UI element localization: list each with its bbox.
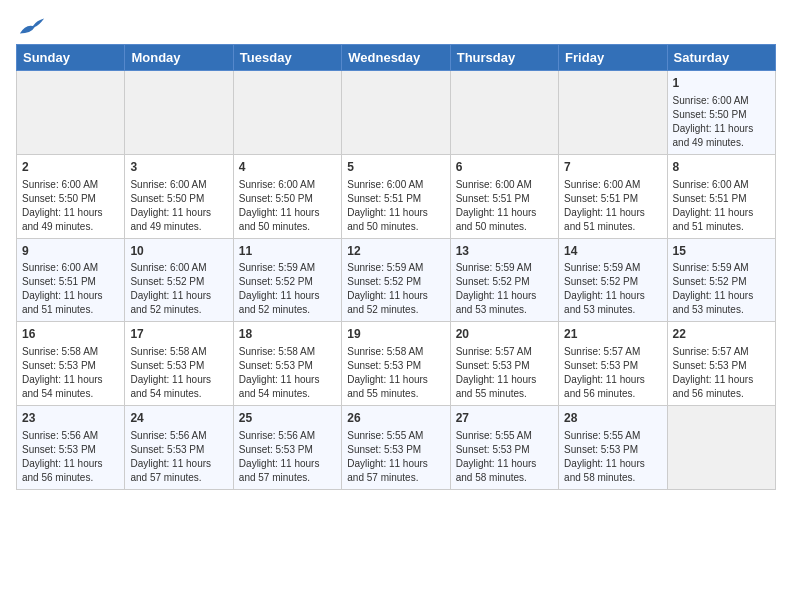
day-number: 5 [347,159,444,176]
calendar-cell: 14Sunrise: 5:59 AMSunset: 5:52 PMDayligh… [559,238,667,322]
sunrise-text: Sunrise: 6:00 AM [347,178,444,192]
calendar-cell: 16Sunrise: 5:58 AMSunset: 5:53 PMDayligh… [17,322,125,406]
day-number: 27 [456,410,553,427]
day-number: 26 [347,410,444,427]
daylight-text: Daylight: 11 hours and 51 minutes. [22,289,119,317]
weekday-header: Saturday [667,45,775,71]
calendar-cell [17,71,125,155]
calendar-cell: 19Sunrise: 5:58 AMSunset: 5:53 PMDayligh… [342,322,450,406]
day-number: 14 [564,243,661,260]
daylight-text: Daylight: 11 hours and 53 minutes. [564,289,661,317]
weekday-header: Thursday [450,45,558,71]
logo [16,16,46,36]
daylight-text: Daylight: 11 hours and 50 minutes. [239,206,336,234]
daylight-text: Daylight: 11 hours and 56 minutes. [22,457,119,485]
sunrise-text: Sunrise: 6:00 AM [673,94,770,108]
sunset-text: Sunset: 5:53 PM [239,443,336,457]
sunrise-text: Sunrise: 5:59 AM [347,261,444,275]
day-number: 6 [456,159,553,176]
sunset-text: Sunset: 5:53 PM [564,443,661,457]
sunrise-text: Sunrise: 5:55 AM [564,429,661,443]
day-number: 16 [22,326,119,343]
calendar-cell: 11Sunrise: 5:59 AMSunset: 5:52 PMDayligh… [233,238,341,322]
day-number: 10 [130,243,227,260]
page-header [16,16,776,36]
calendar-week-row: 1Sunrise: 6:00 AMSunset: 5:50 PMDaylight… [17,71,776,155]
sunset-text: Sunset: 5:53 PM [22,443,119,457]
daylight-text: Daylight: 11 hours and 57 minutes. [130,457,227,485]
daylight-text: Daylight: 11 hours and 53 minutes. [673,289,770,317]
calendar-cell: 15Sunrise: 5:59 AMSunset: 5:52 PMDayligh… [667,238,775,322]
calendar-cell [233,71,341,155]
sunset-text: Sunset: 5:50 PM [239,192,336,206]
sunset-text: Sunset: 5:51 PM [673,192,770,206]
sunset-text: Sunset: 5:52 PM [239,275,336,289]
daylight-text: Daylight: 11 hours and 54 minutes. [22,373,119,401]
calendar-cell: 13Sunrise: 5:59 AMSunset: 5:52 PMDayligh… [450,238,558,322]
calendar-cell: 7Sunrise: 6:00 AMSunset: 5:51 PMDaylight… [559,154,667,238]
day-number: 23 [22,410,119,427]
day-number: 3 [130,159,227,176]
sunrise-text: Sunrise: 5:57 AM [456,345,553,359]
sunrise-text: Sunrise: 5:59 AM [456,261,553,275]
day-number: 8 [673,159,770,176]
daylight-text: Daylight: 11 hours and 53 minutes. [456,289,553,317]
sunrise-text: Sunrise: 6:00 AM [130,261,227,275]
calendar-cell: 21Sunrise: 5:57 AMSunset: 5:53 PMDayligh… [559,322,667,406]
daylight-text: Daylight: 11 hours and 57 minutes. [239,457,336,485]
daylight-text: Daylight: 11 hours and 55 minutes. [456,373,553,401]
calendar-cell: 1Sunrise: 6:00 AMSunset: 5:50 PMDaylight… [667,71,775,155]
calendar-cell: 3Sunrise: 6:00 AMSunset: 5:50 PMDaylight… [125,154,233,238]
sunset-text: Sunset: 5:53 PM [456,359,553,373]
day-number: 13 [456,243,553,260]
day-number: 20 [456,326,553,343]
daylight-text: Daylight: 11 hours and 56 minutes. [673,373,770,401]
day-number: 11 [239,243,336,260]
sunrise-text: Sunrise: 5:59 AM [239,261,336,275]
daylight-text: Daylight: 11 hours and 49 minutes. [673,122,770,150]
calendar-cell: 27Sunrise: 5:55 AMSunset: 5:53 PMDayligh… [450,406,558,490]
daylight-text: Daylight: 11 hours and 52 minutes. [347,289,444,317]
sunrise-text: Sunrise: 6:00 AM [22,261,119,275]
weekday-header-row: SundayMondayTuesdayWednesdayThursdayFrid… [17,45,776,71]
daylight-text: Daylight: 11 hours and 54 minutes. [130,373,227,401]
sunset-text: Sunset: 5:50 PM [130,192,227,206]
calendar-cell: 28Sunrise: 5:55 AMSunset: 5:53 PMDayligh… [559,406,667,490]
sunset-text: Sunset: 5:53 PM [130,359,227,373]
calendar-cell: 5Sunrise: 6:00 AMSunset: 5:51 PMDaylight… [342,154,450,238]
daylight-text: Daylight: 11 hours and 52 minutes. [130,289,227,317]
daylight-text: Daylight: 11 hours and 52 minutes. [239,289,336,317]
sunset-text: Sunset: 5:52 PM [673,275,770,289]
calendar-cell [559,71,667,155]
sunrise-text: Sunrise: 5:55 AM [456,429,553,443]
weekday-header: Friday [559,45,667,71]
calendar-cell: 12Sunrise: 5:59 AMSunset: 5:52 PMDayligh… [342,238,450,322]
day-number: 12 [347,243,444,260]
day-number: 9 [22,243,119,260]
sunset-text: Sunset: 5:53 PM [347,359,444,373]
calendar-cell: 24Sunrise: 5:56 AMSunset: 5:53 PMDayligh… [125,406,233,490]
day-number: 4 [239,159,336,176]
sunset-text: Sunset: 5:53 PM [456,443,553,457]
weekday-header: Monday [125,45,233,71]
daylight-text: Daylight: 11 hours and 56 minutes. [564,373,661,401]
sunset-text: Sunset: 5:51 PM [456,192,553,206]
sunrise-text: Sunrise: 5:56 AM [130,429,227,443]
daylight-text: Daylight: 11 hours and 49 minutes. [130,206,227,234]
calendar-cell [125,71,233,155]
calendar-cell [667,406,775,490]
sunrise-text: Sunrise: 5:58 AM [130,345,227,359]
calendar-week-row: 2Sunrise: 6:00 AMSunset: 5:50 PMDaylight… [17,154,776,238]
day-number: 17 [130,326,227,343]
daylight-text: Daylight: 11 hours and 54 minutes. [239,373,336,401]
daylight-text: Daylight: 11 hours and 50 minutes. [347,206,444,234]
sunrise-text: Sunrise: 5:55 AM [347,429,444,443]
sunrise-text: Sunrise: 5:58 AM [347,345,444,359]
sunrise-text: Sunrise: 6:00 AM [22,178,119,192]
sunset-text: Sunset: 5:53 PM [564,359,661,373]
weekday-header: Wednesday [342,45,450,71]
sunrise-text: Sunrise: 5:58 AM [239,345,336,359]
sunrise-text: Sunrise: 5:57 AM [673,345,770,359]
sunset-text: Sunset: 5:50 PM [673,108,770,122]
sunset-text: Sunset: 5:52 PM [456,275,553,289]
